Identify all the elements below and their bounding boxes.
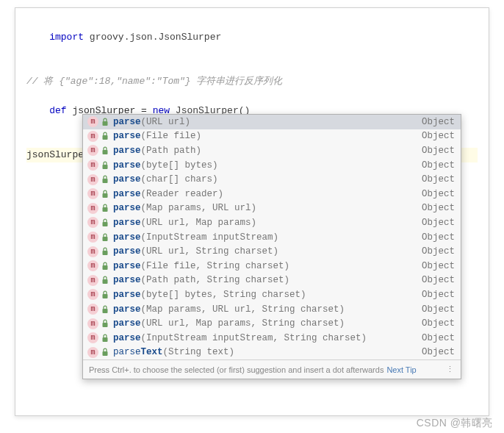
- completion-return-type: Object: [422, 333, 455, 343]
- completion-item[interactable]: mparse(Path path, String charset)Object: [83, 273, 461, 288]
- completion-method-name: parse: [113, 218, 141, 228]
- method-badge-icon: m: [87, 246, 98, 257]
- completion-item[interactable]: mparse(URL url, Map params)Object: [83, 215, 461, 230]
- completion-return-type: Object: [422, 246, 455, 257]
- completion-method-name: parse: [113, 174, 141, 185]
- completion-return-type: Object: [422, 275, 455, 285]
- completion-return-type: Object: [422, 347, 455, 357]
- completion-method-name: parse: [113, 146, 141, 156]
- comment-line: // 将 {"age":18,"name":"Tom"} 字符串进行反序列化: [26, 74, 478, 89]
- method-badge-icon: m: [87, 203, 98, 214]
- svg-rect-11: [103, 279, 108, 284]
- completion-params: (char[] chars): [141, 174, 218, 185]
- completion-params: (URL url, Map params, String charset): [141, 318, 345, 329]
- method-badge-icon: m: [87, 304, 98, 315]
- completion-method-name: parse: [113, 203, 141, 213]
- completion-params: (InputStream inputStream, String charset…: [141, 333, 367, 343]
- lock-icon: [101, 161, 109, 170]
- svg-rect-3: [103, 165, 108, 169]
- completion-params: (URL url): [141, 117, 191, 127]
- completion-return-type: Object: [422, 218, 455, 228]
- completion-method-name: parse: [113, 189, 141, 199]
- completion-footer: Press Ctrl+. to choose the selected (or …: [83, 359, 461, 379]
- svg-rect-5: [103, 193, 108, 198]
- method-badge-icon: m: [87, 332, 98, 343]
- completion-item[interactable]: mparse(File file, String charset)Object: [83, 259, 461, 273]
- completion-return-type: Object: [422, 174, 455, 185]
- method-badge-icon: m: [87, 174, 98, 185]
- completion-method-name: parse: [113, 232, 141, 243]
- svg-rect-15: [103, 337, 108, 342]
- lock-icon: [101, 348, 109, 357]
- completion-return-type: Object: [422, 189, 455, 199]
- svg-rect-8: [103, 237, 108, 241]
- completion-method-name: parseText: [113, 347, 163, 357]
- watermark: CSDN @韩曙亮: [417, 417, 493, 430]
- completion-params: (URL url, String charset): [141, 246, 279, 257]
- lock-icon: [101, 334, 109, 343]
- lock-icon: [101, 218, 109, 227]
- lock-icon: [101, 190, 109, 198]
- lock-icon: [101, 276, 109, 285]
- completion-item[interactable]: mparse(Map params, URL url, String chars…: [83, 302, 461, 317]
- lock-icon: [101, 305, 109, 314]
- completion-method-name: parse: [113, 160, 141, 171]
- svg-rect-13: [103, 309, 108, 313]
- keyword: import: [49, 32, 84, 43]
- svg-rect-12: [103, 294, 108, 298]
- lock-icon: [101, 204, 109, 212]
- completion-method-name: parse: [113, 318, 141, 329]
- svg-rect-2: [103, 150, 108, 154]
- completion-item[interactable]: mparse(byte[] bytes, String charset)Obje…: [83, 287, 461, 302]
- completion-return-type: Object: [422, 232, 455, 243]
- method-badge-icon: m: [87, 160, 98, 171]
- lock-icon: [101, 262, 109, 271]
- completion-method-name: parse: [113, 117, 141, 127]
- completion-item[interactable]: mparse(InputStream inputStream)Object: [83, 230, 461, 245]
- completion-return-type: Object: [422, 304, 455, 315]
- svg-rect-9: [103, 251, 108, 255]
- svg-rect-1: [103, 135, 108, 140]
- completion-return-type: Object: [422, 160, 455, 171]
- completion-item[interactable]: mparse(URL url, Map params, String chars…: [83, 316, 461, 331]
- completion-item[interactable]: mparse(Reader reader)Object: [83, 187, 461, 201]
- completion-return-type: Object: [422, 146, 455, 156]
- svg-rect-0: [103, 121, 108, 126]
- completion-params: (InputStream inputStream): [141, 232, 279, 243]
- completion-method-name: parse: [113, 333, 141, 343]
- completion-params: (Path path): [141, 146, 202, 156]
- completion-method-name: parse: [113, 290, 141, 300]
- completion-item[interactable]: mparse(Map params, URL url)Object: [83, 201, 461, 216]
- completion-params: (Map params, URL url): [141, 203, 257, 213]
- completion-item[interactable]: mparse(Path path)Object: [83, 143, 461, 158]
- completion-item[interactable]: mparse(URL url)Object: [83, 115, 461, 129]
- lock-icon: [101, 175, 109, 184]
- completion-method-name: parse: [113, 275, 141, 285]
- completion-item[interactable]: mparse(InputStream inputStream, String c…: [83, 331, 461, 346]
- method-badge-icon: m: [87, 232, 98, 243]
- completion-method-name: parse: [113, 246, 141, 257]
- next-tip-link[interactable]: Next Tip: [386, 365, 416, 374]
- method-badge-icon: m: [87, 318, 98, 329]
- completion-item[interactable]: mparse(URL url, String charset)Object: [83, 244, 461, 259]
- lock-icon: [101, 247, 109, 256]
- svg-rect-14: [103, 323, 108, 327]
- completion-return-type: Object: [422, 117, 455, 127]
- completion-item[interactable]: mparse(char[] chars)Object: [83, 172, 461, 187]
- method-badge-icon: m: [87, 347, 98, 358]
- svg-rect-6: [103, 207, 108, 212]
- completion-params: (File file, String charset): [141, 261, 290, 271]
- lock-icon: [101, 233, 109, 242]
- more-options-icon[interactable]: ⋮: [446, 365, 455, 374]
- completion-params: (String text): [163, 347, 235, 357]
- completion-method-name: parse: [113, 261, 141, 271]
- method-badge-icon: m: [87, 275, 98, 286]
- completion-item[interactable]: mparse(File file)Object: [83, 129, 461, 144]
- completion-item[interactable]: mparseText(String text)Object: [83, 346, 461, 360]
- completion-item[interactable]: mparse(byte[] bytes)Object: [83, 158, 461, 173]
- method-badge-icon: m: [87, 260, 98, 271]
- completion-return-type: Object: [422, 290, 455, 300]
- completion-method-name: parse: [113, 131, 141, 141]
- method-badge-icon: m: [87, 289, 98, 300]
- lock-icon: [101, 290, 109, 299]
